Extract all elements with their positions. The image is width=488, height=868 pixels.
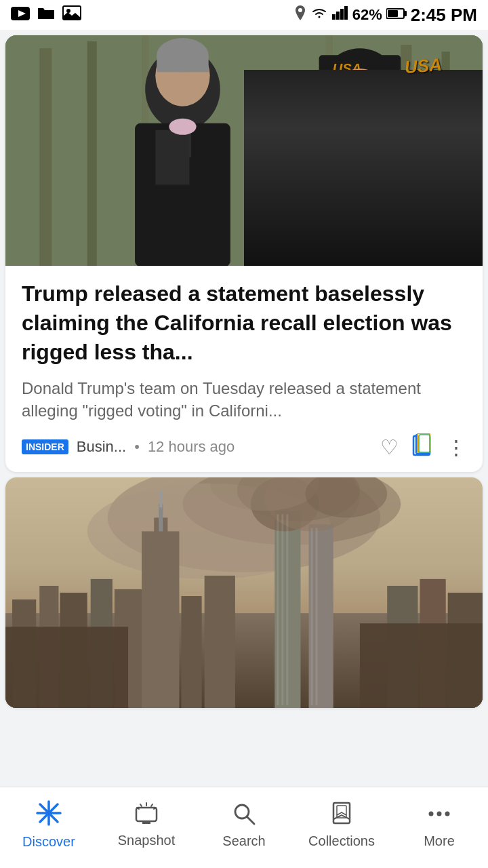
svg-rect-89 xyxy=(337,806,346,818)
news-card-2-image xyxy=(5,477,483,708)
status-right-info: 62% 2:45 PM xyxy=(294,5,477,26)
nav-snapshot[interactable]: Snapshot xyxy=(113,802,180,848)
image-icon xyxy=(62,5,81,24)
svg-rect-10 xyxy=(404,11,407,16)
status-left-icons xyxy=(11,5,81,24)
svg-point-34 xyxy=(367,94,375,101)
nav-discover[interactable]: Discover xyxy=(15,800,83,850)
svg-rect-6 xyxy=(336,12,340,20)
svg-rect-7 xyxy=(340,9,344,20)
svg-rect-70 xyxy=(277,514,279,705)
status-bar: 62% 2:45 PM xyxy=(0,0,488,30)
svg-rect-68 xyxy=(5,627,128,708)
svg-point-27 xyxy=(169,119,196,135)
discover-label: Discover xyxy=(22,834,75,850)
svg-rect-53 xyxy=(205,576,235,708)
news-summary-1: Donald Trump's team on Tuesday released … xyxy=(22,377,466,422)
save-button-1[interactable] xyxy=(411,433,434,461)
svg-point-92 xyxy=(445,811,450,816)
svg-rect-17 xyxy=(442,52,450,266)
svg-rect-80 xyxy=(142,821,150,824)
svg-point-32 xyxy=(327,68,393,137)
svg-rect-23 xyxy=(157,55,208,72)
svg-rect-5 xyxy=(332,14,336,20)
svg-rect-11 xyxy=(388,10,398,17)
svg-point-86 xyxy=(235,805,249,818)
search-icon xyxy=(232,802,256,829)
svg-rect-79 xyxy=(136,808,157,821)
svg-rect-26 xyxy=(155,130,189,184)
svg-line-87 xyxy=(247,817,254,824)
search-label: Search xyxy=(222,833,265,849)
location-icon xyxy=(294,5,306,24)
svg-line-82 xyxy=(140,804,142,806)
nav-search[interactable]: Search xyxy=(210,802,278,849)
svg-rect-73 xyxy=(311,528,313,705)
signal-bars xyxy=(332,6,348,24)
svg-point-91 xyxy=(437,811,442,816)
battery-icon xyxy=(386,6,407,24)
svg-rect-69 xyxy=(360,623,483,708)
more-icon xyxy=(427,802,451,829)
wifi-icon xyxy=(310,6,328,24)
main-content: USA xyxy=(0,35,488,795)
svg-rect-71 xyxy=(281,514,283,705)
svg-rect-36 xyxy=(344,140,376,167)
dot-separator-1: • xyxy=(134,438,140,456)
hat-text: USA xyxy=(404,54,443,79)
news-card-1-body: Trump released a statement baselessly cl… xyxy=(5,266,483,472)
folder-icon xyxy=(37,5,56,24)
heart-button-1[interactable]: ♡ xyxy=(380,435,399,459)
source-name-1: Busin... xyxy=(77,438,126,456)
news-time-1: 12 hours ago xyxy=(148,438,235,456)
svg-rect-8 xyxy=(344,6,348,20)
nav-collections[interactable]: Collections xyxy=(308,802,375,849)
more-options-button-1[interactable]: ⋮ xyxy=(446,435,466,459)
news-card-1[interactable]: USA xyxy=(5,35,483,472)
news-card-2[interactable] xyxy=(5,477,483,708)
svg-rect-59 xyxy=(159,504,163,531)
collections-label: Collections xyxy=(308,833,375,849)
svg-rect-72 xyxy=(286,514,288,705)
svg-rect-74 xyxy=(316,528,318,705)
youtube-icon xyxy=(11,5,30,24)
snapshot-label: Snapshot xyxy=(118,833,176,848)
news-card-1-image: USA xyxy=(5,35,483,266)
svg-rect-52 xyxy=(181,596,201,708)
svg-rect-30 xyxy=(309,79,411,87)
nav-more[interactable]: More xyxy=(405,802,473,849)
bottom-navigation: Discover Snapshot Search xyxy=(0,787,488,868)
collections-icon xyxy=(330,802,353,829)
svg-rect-35 xyxy=(312,140,408,266)
svg-line-83 xyxy=(151,804,152,806)
svg-rect-15 xyxy=(87,41,97,266)
svg-text:USA: USA xyxy=(333,61,361,76)
svg-point-4 xyxy=(298,8,302,12)
news-footer-1: INSIDER Busin... • 12 hours ago ♡ xyxy=(22,433,466,461)
time-display: 2:45 PM xyxy=(411,5,477,26)
more-label: More xyxy=(424,833,455,849)
svg-rect-40 xyxy=(419,435,430,452)
news-headline-1: Trump released a statement baselessly cl… xyxy=(22,279,466,368)
snapshot-icon xyxy=(134,802,159,829)
svg-rect-14 xyxy=(39,48,52,266)
source-badge-1: INSIDER xyxy=(22,439,68,454)
svg-point-33 xyxy=(345,94,353,101)
svg-rect-60 xyxy=(159,490,162,507)
svg-point-3 xyxy=(66,9,70,13)
svg-rect-19 xyxy=(326,35,333,266)
footer-actions-1: ♡ ⋮ xyxy=(380,433,466,461)
discover-icon xyxy=(36,800,62,830)
svg-point-90 xyxy=(429,811,434,816)
battery-percentage: 62% xyxy=(352,6,382,24)
